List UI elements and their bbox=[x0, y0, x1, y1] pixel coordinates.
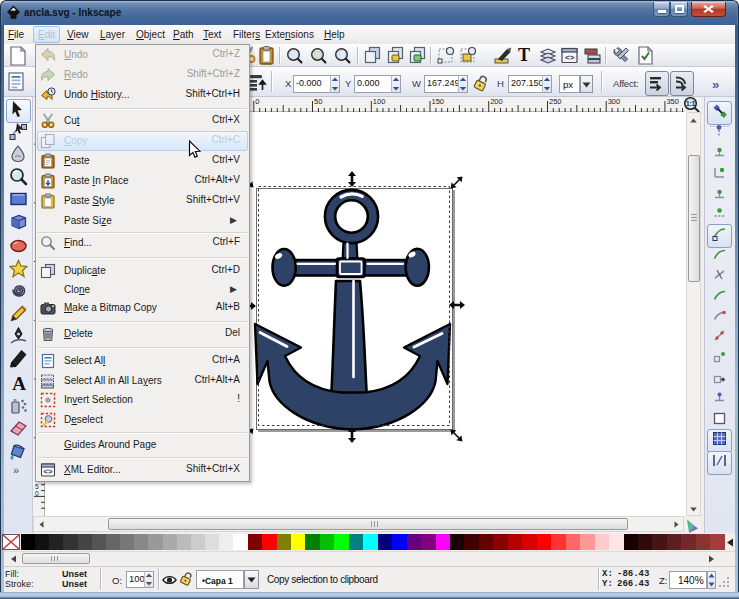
svg-text:1:1: 1:1 bbox=[686, 100, 696, 107]
svg-text:50: 50 bbox=[314, 97, 322, 106]
svg-text:A: A bbox=[12, 373, 26, 393]
svg-text:350: 350 bbox=[666, 97, 679, 106]
svg-text:100: 100 bbox=[373, 97, 386, 106]
svg-text:150: 150 bbox=[432, 97, 445, 106]
svg-text:0: 0 bbox=[255, 97, 259, 106]
svg-text:300: 300 bbox=[608, 97, 621, 106]
svg-text:200: 200 bbox=[490, 97, 503, 106]
svg-text:<>: <> bbox=[44, 468, 54, 476]
svg-text:<>: <> bbox=[565, 53, 575, 62]
svg-text:250: 250 bbox=[549, 97, 562, 106]
